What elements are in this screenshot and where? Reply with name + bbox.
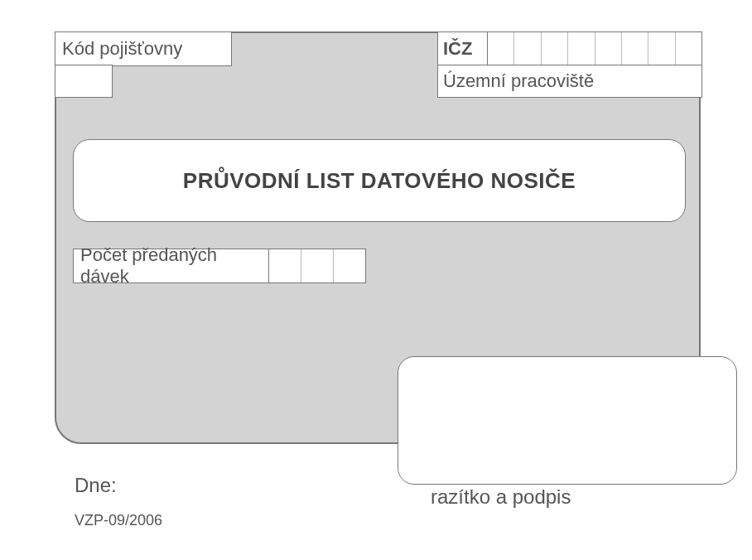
- kod-pojistovny-label-box: Kód pojišťovny: [55, 31, 232, 66]
- stamp-caption: razítko a podpis: [431, 485, 571, 509]
- pocet-davek-input-cells[interactable]: [268, 249, 366, 283]
- form-id: VZP-09/2006: [75, 512, 162, 529]
- stamp-signature-box[interactable]: [398, 356, 737, 485]
- uzemni-pracoviste-row[interactable]: Územní pracoviště: [437, 65, 702, 98]
- pocet-davek-label-box: Počet předaných dávek: [73, 249, 270, 283]
- icz-label-box: IČZ: [437, 31, 489, 66]
- icz-label: IČZ: [443, 38, 472, 60]
- kod-pojistovny-label: Kód pojišťovny: [62, 38, 182, 60]
- form-title: PRŮVODNÍ LIST DATOVÉHO NOSIČE: [183, 168, 576, 194]
- uzemni-pracoviste-label: Územní pracoviště: [443, 70, 594, 92]
- form-title-box: PRŮVODNÍ LIST DATOVÉHO NOSIČE: [73, 139, 686, 222]
- pocet-davek-label: Počet předaných dávek: [80, 244, 269, 287]
- kod-pojistovny-input[interactable]: [55, 65, 113, 98]
- icz-input-cells[interactable]: [487, 31, 702, 66]
- form-card: Kód pojišťovny IČZ Územní pracoviště PRŮ…: [55, 31, 701, 444]
- date-label: Dne:: [75, 474, 117, 497]
